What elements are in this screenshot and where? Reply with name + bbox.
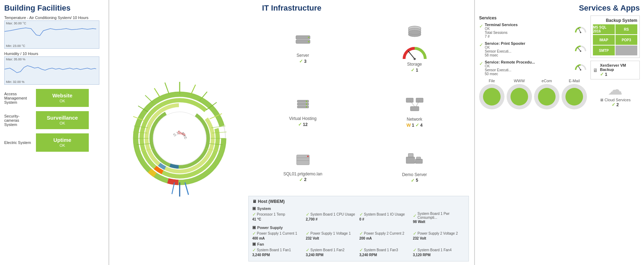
humidity-min: Min: 32.00 % bbox=[6, 80, 25, 84]
terminal-metric-label: Total Sessions bbox=[485, 31, 573, 35]
network-warn-count: 1 bbox=[412, 123, 414, 128]
rpc-gauge bbox=[574, 60, 587, 73]
radial-chart-area: S.15 Spea D.FC bbox=[114, 15, 245, 261]
power-subsection: ▣ Power Supply ✓Power Supply 1 Current 1… bbox=[252, 225, 465, 240]
svg-line-21 bbox=[145, 95, 153, 103]
it-infra-right: Server ✓ 3 bbox=[245, 15, 469, 261]
system-sub-title: ▣ System bbox=[252, 206, 465, 211]
sql-check-icon: ✓ bbox=[299, 177, 303, 182]
metric-cpu-usage: ✓System Board 1 CPU Usage 2,700 # bbox=[306, 212, 358, 224]
terminal-name: Terminal Services bbox=[485, 23, 573, 27]
radial-chart: S.15 Spea D.FC bbox=[120, 78, 240, 198]
metric-fan3: ✓System Board 1 Fan3 3,240 RPM bbox=[359, 247, 411, 257]
metric-io-usage: ✓System Board 1 IO Usage 0 # bbox=[359, 212, 411, 224]
website-button[interactable]: Website OK bbox=[36, 89, 89, 107]
metric-pwr-consump: ✓System Board 1 Pwr Consumpti... 98 Watt bbox=[413, 212, 465, 224]
svg-point-54 bbox=[306, 106, 307, 108]
svg-rect-64 bbox=[406, 157, 415, 163]
host-title-text: Host (WBEM) bbox=[258, 199, 285, 204]
print-check-icon: ✓ bbox=[479, 42, 483, 48]
server-name: Server bbox=[297, 53, 309, 58]
terminal-metric-value: 7 # bbox=[485, 35, 573, 38]
server-badge: ✓ 3 bbox=[299, 59, 306, 64]
xen-block: 🖥 XenServer VM Backup ✓ 1 bbox=[590, 61, 640, 79]
svg-point-52 bbox=[306, 101, 307, 102]
metric-ps1-curr: ✓Power Supply 1 Current 1 400 mA bbox=[252, 231, 304, 240]
backup-app-grid: MS SQL 2016 RS IMAP POP3 SMTP bbox=[593, 24, 637, 55]
security-cam-block: Security-cameras System Surveillance OK bbox=[4, 111, 104, 129]
svg-point-53 bbox=[306, 103, 307, 105]
svc-file-label: File bbox=[489, 79, 495, 83]
ecom-circle-outer bbox=[534, 84, 559, 109]
xen-check-icon: ✓ bbox=[600, 72, 604, 77]
demo-server-badge: ✓ 5 bbox=[411, 178, 418, 183]
electric-sys-block: Electric System Uptime OK bbox=[4, 133, 104, 151]
sql-badge: ✓ 2 bbox=[299, 177, 306, 182]
service-row-terminal: ✓ Terminal Services OK Total Sessions 7 … bbox=[479, 23, 587, 38]
surveillance-button[interactable]: Surveillance OK bbox=[36, 111, 89, 129]
svc-card-www: WWW bbox=[507, 79, 532, 110]
rpc-check-icon: ✓ bbox=[479, 61, 483, 66]
email-circle-inner bbox=[565, 88, 583, 106]
system-subsection: ▣ System ✓Processor 1 Temp 41 °C ✓System… bbox=[252, 206, 465, 224]
virtual-check-icon: ✓ bbox=[298, 122, 302, 127]
fan-metrics-grid: ✓System Board 1 Fan1 3,240 RPM ✓System B… bbox=[252, 247, 465, 257]
virtual-name: Virtual Hosting bbox=[289, 116, 317, 121]
bottom-services-grid: File WWW eCom bbox=[479, 79, 587, 110]
print-metric-value: 58 msec bbox=[485, 53, 573, 57]
svg-line-19 bbox=[165, 83, 169, 94]
print-metric-label: Sensor Executi... bbox=[485, 49, 573, 53]
metric-ps1-volt: ✓Power Supply 1 Voltage 1 232 Volt bbox=[306, 231, 358, 240]
storage-gauge bbox=[401, 44, 429, 62]
cloud-area: ☁ 🖥 Cloud Services ✓ 2 bbox=[590, 82, 640, 107]
temp-min: Min: 23.00 °C bbox=[6, 44, 25, 48]
svc-www-label: WWW bbox=[514, 79, 525, 83]
svg-point-48 bbox=[414, 58, 416, 60]
svg-rect-65 bbox=[408, 153, 413, 157]
sql-count: 2 bbox=[304, 177, 306, 182]
svg-point-72 bbox=[580, 50, 581, 52]
cloud-label-text: Cloud Services bbox=[605, 98, 631, 102]
demo-server-icon bbox=[405, 152, 425, 171]
host-icon: 🖥 bbox=[252, 199, 256, 204]
middle-panel: IT Infrastructure bbox=[109, 0, 475, 265]
security-cam-label: Security-cameras System bbox=[4, 114, 32, 127]
left-title: Building Facilities bbox=[4, 4, 104, 13]
infra-card-server: Server ✓ 3 bbox=[248, 15, 357, 83]
uptime-button[interactable]: Uptime OK bbox=[36, 133, 89, 151]
surveillance-btn-sub: OK bbox=[47, 121, 78, 126]
storage-badge: ✓ 1 bbox=[411, 67, 418, 73]
server-check-icon: ✓ bbox=[299, 59, 303, 64]
svg-point-70 bbox=[580, 32, 581, 33]
svg-point-74 bbox=[580, 69, 581, 71]
svg-point-63 bbox=[307, 156, 309, 157]
metric-fan2: ✓System Board 1 Fan2 3,240 RPM bbox=[306, 247, 358, 257]
svg-rect-66 bbox=[415, 159, 422, 163]
access-mgmt-label: Access Management System bbox=[4, 92, 32, 104]
storage-check-icon: ✓ bbox=[411, 67, 415, 73]
app-cell-imap: IMAP bbox=[593, 35, 615, 45]
virtual-badge: ✓ 12 bbox=[298, 122, 308, 127]
middle-title: IT Infrastructure bbox=[114, 4, 469, 13]
website-btn-text: Website bbox=[47, 92, 78, 99]
svg-point-1 bbox=[153, 112, 206, 165]
infra-card-demo: Demo Server ✓ 5 bbox=[360, 141, 469, 194]
infra-grid: Server ✓ 3 bbox=[248, 15, 469, 194]
fan-sub-title: ▣ Fan bbox=[252, 242, 465, 246]
cloud-icon-small: 🖥 bbox=[600, 98, 603, 102]
network-name: Network bbox=[407, 117, 422, 122]
xen-count: 1 bbox=[605, 72, 607, 77]
rpc-name: Service: Remote Procedu... bbox=[485, 60, 573, 64]
file-circle-inner bbox=[483, 88, 501, 106]
infra-card-network: Network W 1 ✓ 4 bbox=[360, 86, 469, 138]
network-check-icon: ✓ bbox=[415, 122, 419, 128]
file-circle-outer bbox=[479, 84, 504, 109]
server-count: 3 bbox=[304, 59, 306, 64]
temp-max: Max: 30.00 °C bbox=[6, 22, 26, 25]
infra-card-storage: Storage ✓ 1 bbox=[360, 15, 469, 83]
app-cell-smtp: SMTP bbox=[593, 46, 615, 55]
www-circle-inner bbox=[510, 88, 528, 106]
uptime-btn-sub: OK bbox=[47, 143, 78, 148]
right-title: Services & Apps bbox=[479, 4, 640, 13]
rpc-info: Service: Remote Procedu... OK Sensor Exe… bbox=[485, 60, 573, 76]
